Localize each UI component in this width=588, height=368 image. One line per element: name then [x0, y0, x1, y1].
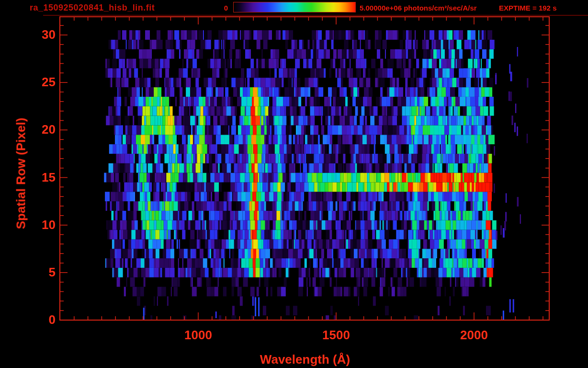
- x-tick-label: 2000: [460, 328, 488, 343]
- x-tick-label: 1500: [322, 328, 350, 343]
- x-tick-label: 1000: [184, 328, 212, 343]
- spectral-image-canvas: [0, 0, 588, 368]
- filename-title: ra_150925020841_hisb_lin.fit: [30, 3, 155, 13]
- y-tick-label: 10: [0, 218, 56, 232]
- fits-viewer-window: ra_150925020841_hisb_lin.fit 0 5.00000e+…: [0, 0, 588, 368]
- y-tick-label: 25: [0, 75, 56, 90]
- y-tick-label: 5: [0, 265, 56, 280]
- y-tick-label: 15: [0, 170, 56, 184]
- y-tick-label: 20: [0, 122, 56, 137]
- exptime-label: EXPTIME = 192 s: [499, 4, 556, 12]
- y-tick-label: 30: [0, 27, 56, 42]
- x-axis-title: Wavelength (Å): [260, 352, 350, 367]
- colorbar: [233, 2, 356, 12]
- colorbar-min-label: 0: [210, 4, 228, 12]
- colorbar-max-label: 5.00000e+06 photons/cm²/sec/A/sr: [360, 4, 477, 12]
- y-tick-label: 0: [0, 312, 56, 327]
